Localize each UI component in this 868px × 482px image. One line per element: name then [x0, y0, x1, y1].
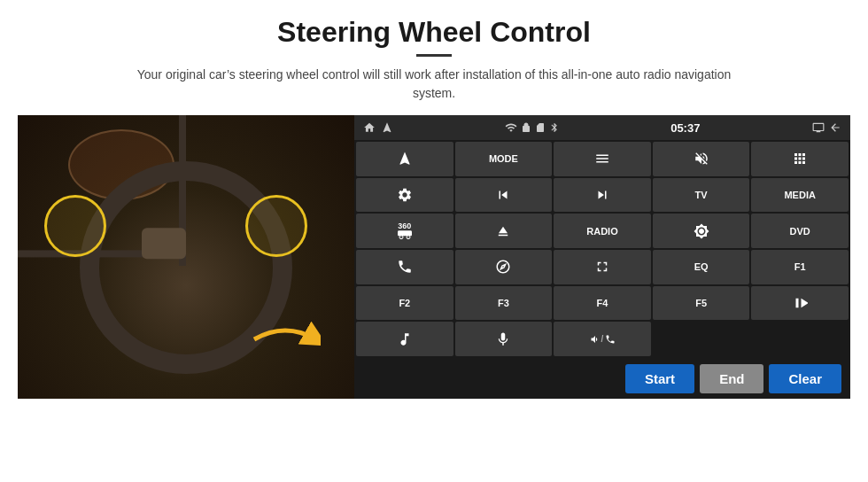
- brightness-button[interactable]: [653, 214, 750, 248]
- clear-button[interactable]: Clear: [769, 364, 841, 393]
- f1-button[interactable]: F1: [751, 250, 849, 284]
- subtitle-text: Your original car’s steering wheel contr…: [124, 66, 744, 103]
- f2-button[interactable]: F2: [356, 286, 453, 321]
- phone-button[interactable]: [356, 250, 453, 284]
- title-divider: [416, 54, 452, 57]
- control-panel: 05:37 MODE: [354, 115, 850, 399]
- compass-icon: [495, 259, 511, 275]
- action-bar: Start End Clear: [354, 358, 850, 399]
- button-grid: MODE: [354, 140, 850, 358]
- skip-next-icon: [594, 187, 610, 203]
- content-row: 05:37 MODE: [18, 115, 850, 399]
- page-wrapper: Steering Wheel Control Your original car…: [0, 0, 868, 482]
- prev-button[interactable]: [455, 178, 553, 213]
- start-button[interactable]: Start: [625, 364, 694, 393]
- apps-grid-icon: [792, 151, 808, 167]
- wheel-center: [142, 228, 186, 259]
- mic-button[interactable]: [455, 322, 553, 356]
- left-controls-highlight: [44, 195, 106, 257]
- navi-button[interactable]: [455, 250, 553, 284]
- dvd-button[interactable]: DVD: [751, 214, 849, 248]
- brightness-icon: [694, 223, 709, 239]
- status-icons: [505, 121, 560, 134]
- settings-button[interactable]: [356, 178, 453, 213]
- mute-button[interactable]: [653, 142, 750, 176]
- play-pause-icon: [792, 295, 808, 311]
- eject-icon: [495, 223, 511, 239]
- lock-icon: [521, 122, 531, 133]
- f3-button[interactable]: F3: [455, 286, 553, 321]
- status-bar-left: [363, 121, 393, 134]
- end-button[interactable]: End: [700, 364, 763, 393]
- svg-point-1: [407, 236, 410, 239]
- bluetooth-icon: [549, 121, 560, 134]
- list-button[interactable]: [554, 142, 651, 176]
- navigate-send-icon: [397, 151, 413, 167]
- music-note-icon: [397, 331, 413, 347]
- wifi-icon: [505, 121, 517, 134]
- eject-button[interactable]: [455, 214, 553, 248]
- back-icon: [829, 121, 841, 134]
- status-right: [811, 121, 841, 134]
- settings-gear-icon: [397, 187, 413, 203]
- status-time: 05:37: [670, 121, 700, 135]
- eq-button[interactable]: EQ: [653, 250, 750, 284]
- page-title: Steering Wheel Control: [277, 16, 591, 49]
- apps-button[interactable]: [751, 142, 849, 176]
- vol-phone-button[interactable]: /: [554, 322, 651, 356]
- menu-list-icon: [594, 151, 610, 167]
- car-360-icon: [398, 230, 412, 239]
- phone-small-icon: [605, 334, 616, 345]
- radio-button[interactable]: RADIO: [554, 214, 651, 248]
- status-bar: 05:37: [354, 115, 850, 140]
- sd-icon: [535, 121, 546, 134]
- fullscreen-icon: [594, 259, 610, 275]
- mode-button[interactable]: MODE: [455, 142, 553, 176]
- cam360-button[interactable]: 360: [356, 214, 453, 248]
- skip-previous-icon: [495, 187, 511, 203]
- playpause-button[interactable]: [751, 286, 849, 321]
- arrow-indicator: [250, 317, 321, 365]
- music-button[interactable]: [356, 322, 453, 356]
- steering-wheel-image: [18, 115, 354, 399]
- media-button[interactable]: MEDIA: [751, 178, 849, 213]
- f5-button[interactable]: F5: [653, 286, 750, 321]
- next-button[interactable]: [554, 178, 651, 213]
- microphone-icon: [495, 331, 511, 347]
- svg-point-0: [399, 236, 403, 239]
- tv-button[interactable]: TV: [653, 178, 750, 213]
- home-icon: [363, 121, 376, 134]
- arrow-icon: [250, 317, 321, 362]
- screen-btn[interactable]: [554, 250, 651, 284]
- right-controls-highlight: [245, 195, 307, 257]
- vol-down-icon: [589, 334, 600, 345]
- phone-icon: [397, 259, 413, 275]
- nav-button[interactable]: [356, 142, 453, 176]
- steering-bg: [18, 115, 354, 399]
- volume-mute-icon: [694, 151, 709, 167]
- screen-icon: [811, 121, 825, 134]
- nav-icon: [381, 121, 393, 134]
- f4-button[interactable]: F4: [554, 286, 651, 321]
